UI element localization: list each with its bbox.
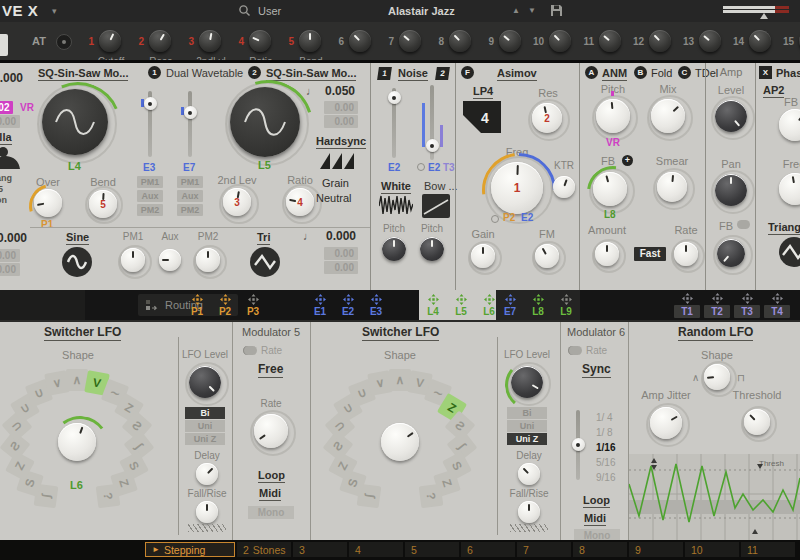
subrow-right-box2[interactable]: 0.00 [324,261,358,274]
routing-pin-T4[interactable]: T4 [762,290,792,320]
osc1-pitch-value[interactable]: 0.000 [0,71,23,85]
macro-knob-13[interactable] [699,30,721,52]
osc2-lev-knob[interactable]: 3 [223,188,251,216]
routing-pin-P2[interactable]: P2 [211,290,239,320]
sync-rate-option[interactable]: 9/16 [596,470,615,485]
lfo-shape-glyph[interactable]: ? [419,483,444,508]
noise2-type-label[interactable]: Bow ... [424,180,458,192]
lfo2-title[interactable]: Switcher LFO [362,325,439,341]
filter-freq-knob[interactable]: 1 [491,162,543,214]
filter-type-icon[interactable]: 4 [461,99,503,135]
filter-name[interactable]: Asimov [497,67,537,81]
filter-type-label[interactable]: LP4 [473,85,493,99]
osc1-wavetable-knob[interactable] [42,89,108,155]
osc1-pm1-button[interactable]: PM1 [137,176,163,188]
lfo2-dial-knob[interactable] [381,423,419,461]
fx-smear-knob[interactable] [657,172,687,202]
threshold-knob[interactable] [744,409,770,435]
hardsync-saw-icon[interactable] [320,149,358,171]
snapshot-tab-Stepping[interactable]: ►Stepping [145,542,235,557]
fx-slot-b-label[interactable]: Fold [651,67,672,79]
mod-slot-c[interactable]: on [0,195,7,205]
routing-pin-P3[interactable]: P3 [239,290,267,320]
preset-prev-icon[interactable]: ▲ [512,6,520,15]
wavetable-name-partial[interactable]: rilla [0,131,12,145]
noise-title[interactable]: Noise [398,67,428,81]
amp-jitter-knob[interactable] [650,407,682,439]
osc1-ratio-vr-box[interactable]: 1.02 [0,101,13,114]
sub-pm2-knob[interactable] [196,248,220,272]
osc-mode-label[interactable]: Dual Wavetable [166,67,243,79]
routing-pin-L8[interactable]: L8 [524,290,552,320]
routing-left-tab[interactable] [0,290,85,320]
sub-pm1-knob[interactable] [121,248,145,272]
volume-marker[interactable] [760,13,768,19]
mod6-rate-pill-icon[interactable] [568,346,582,355]
noise1-pitch-knob[interactable] [382,237,406,261]
lfo1-shape-dial[interactable]: ʃSZƧ⊃∪∪∨∧V∼ZƧʃSZ? [0,367,162,517]
snapshot-tab-8[interactable]: 8 [573,542,627,557]
lfo1-dial-knob[interactable] [58,423,96,461]
lfo1-fallrise-knob[interactable] [196,501,218,523]
macro-knob-12[interactable] [649,30,671,52]
osc2-wavetable-knob[interactable] [230,87,300,157]
fx-fb-knob[interactable] [593,172,627,206]
polarity-button-bi[interactable]: Bi [185,407,225,419]
osc2-box1[interactable]: 0.00 [324,101,358,114]
freq-mod-circle[interactable] [491,215,499,223]
fx-pitch-knob[interactable] [596,99,630,133]
subrow-right-value[interactable]: 0.000 [326,229,356,243]
osc1-aux-button[interactable]: Aux [137,190,163,202]
mod5-rate-knob[interactable] [254,414,288,448]
phaser-freq-knob[interactable] [779,173,800,205]
note-icon[interactable]: ♩ [306,85,317,97]
osc2-slider-handle[interactable] [184,106,197,119]
aftertouch-button[interactable] [56,34,72,50]
snapshot-tab-9[interactable]: 9 [629,542,683,557]
noise2-slider-handle[interactable] [426,139,439,152]
note-icon[interactable]: ♩ [303,230,314,242]
noise1-type-label[interactable]: White [381,180,411,194]
sub-aux-knob[interactable] [159,249,181,271]
osc2-pm1-button[interactable]: PM1 [177,176,203,188]
noise2-circle-icon[interactable] [417,163,425,171]
osc2-wavetable-name[interactable]: SQ-Sin-Saw Mo... [266,67,356,81]
tri-label[interactable]: Tri [257,231,270,245]
snapshot-tab-7[interactable]: 7 [517,542,571,557]
routing-pin-E3[interactable]: E3 [362,290,390,320]
routing-pin-T3[interactable]: T3 [732,290,762,320]
osc2-ratio-knob[interactable]: 4 [286,188,314,216]
osc2-pm2-button[interactable]: PM2 [177,204,203,216]
subrow-right-box1[interactable]: 0.00 [324,247,358,260]
macro-knob-3[interactable] [199,30,221,52]
white-noise-icon[interactable] [379,194,413,218]
filter-fm-knob[interactable] [535,244,559,268]
osc2-box2[interactable]: 0.00 [324,115,358,128]
routing-pin-L9[interactable]: L9 [552,290,580,320]
sync-rate-option[interactable]: 1/16 [596,440,615,455]
mod6-mode-button[interactable]: Sync [582,362,611,378]
fx-slot-a-label[interactable]: ANM [602,67,627,81]
sync-rate-option[interactable]: 5/16 [596,455,615,470]
mod5-rate-pill-icon[interactable] [243,346,257,355]
osc1-wavetable-name[interactable]: SQ-Sin-Saw Mo... [38,67,128,81]
mod6-title[interactable]: Modulator 6 [567,326,625,338]
polarity-button-uni[interactable]: Uni [507,420,547,432]
osc1-bend-knob[interactable]: 5 [89,190,117,218]
randomlfo-title[interactable]: Random LFO [678,325,753,341]
phaser-fb-knob[interactable] [779,109,800,141]
routing-pin-E7[interactable]: E7 [496,290,524,320]
polarity-button-uniz[interactable]: Uni Z [185,433,225,445]
routing-pin-L5[interactable]: L5 [447,290,475,320]
lfo1-title[interactable]: Switcher LFO [44,325,121,341]
macro-knob-1[interactable] [99,30,121,52]
grain-label[interactable]: Grain [322,177,349,189]
macro-knob-5[interactable] [299,30,321,52]
lfo2-level-knob[interactable] [511,366,543,398]
preset-next-icon[interactable]: ▼ [528,6,536,15]
polarity-button-uniz[interactable]: Uni Z [507,433,547,445]
subrow-left-box1[interactable]: 0.00 [0,249,20,262]
mod-slot-a[interactable]: ang [0,173,12,183]
phaser-triangle-icon[interactable] [779,237,800,267]
save-icon[interactable] [550,4,563,17]
